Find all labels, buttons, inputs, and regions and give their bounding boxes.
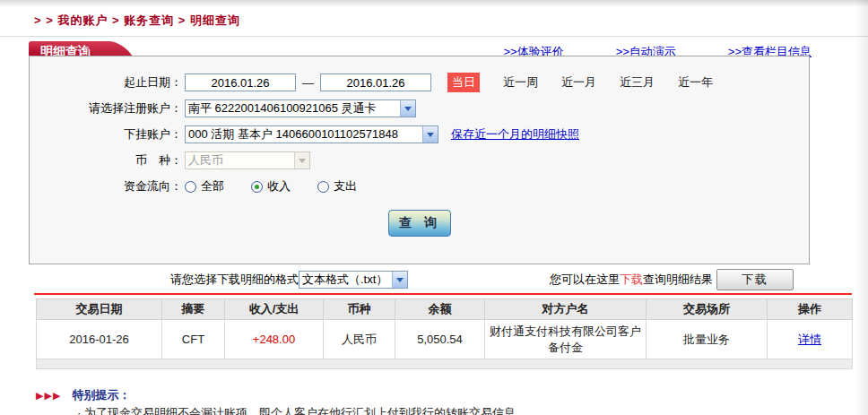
row-date-range: 起止日期： — 当日 近一周 近一月 近三月 近一年 (30, 73, 809, 92)
table-footer-row (37, 359, 853, 369)
special-tips: ▶▶▶ 特别提示： (36, 387, 130, 403)
download-format-label: 请您选择下载明细的格式 (170, 272, 299, 288)
radio-icon[interactable] (185, 181, 196, 193)
download-format-select[interactable]: 文本格式（.txt） (299, 271, 408, 289)
date-to-input[interactable] (320, 73, 431, 91)
quick-range-week-button[interactable]: 近一周 (503, 74, 538, 91)
table-row: 2016-01-26 CFT +248.00 人民币 5,050.54 财付通支… (37, 320, 853, 359)
date-separator: — (302, 76, 314, 90)
flow-radio-all[interactable]: 全部 (185, 178, 224, 195)
col-header-counterparty: 对方户名 (485, 299, 647, 320)
download-hint-link[interactable]: 下载 (620, 272, 643, 288)
col-header-action: 操作 (768, 299, 853, 320)
fund-flow-label: 资金流向： (30, 178, 182, 195)
registered-account-select[interactable]: 南平 6222001406100921065 灵通卡 (185, 99, 416, 117)
col-header-amount: 收入/支出 (225, 299, 324, 320)
red-divider (34, 293, 852, 295)
breadcrumb-divider (0, 36, 868, 37)
download-button[interactable]: 下载 (716, 269, 794, 290)
cell-currency: 人民币 (324, 320, 395, 359)
cell-date: 2016-01-26 (37, 320, 162, 359)
row-registered-account: 请选择注册账户： 南平 6222001406100921065 灵通卡 (30, 99, 809, 118)
table-footer-strip (37, 359, 853, 369)
cell-amount: +248.00 (225, 320, 324, 359)
sub-account-select[interactable]: 000 活期 基本户 1406600101102571848 (185, 125, 438, 143)
cell-summary: CFT (162, 320, 225, 359)
date-range-label: 起止日期： (30, 74, 182, 91)
download-hint-before: 您可以在这里 (550, 272, 620, 288)
radio-icon[interactable] (317, 181, 329, 193)
save-snapshot-link[interactable]: 保存近一个月的明细快照 (451, 126, 579, 143)
chevron-down-icon (422, 126, 438, 143)
registered-account-label: 请选择注册账户： (30, 100, 182, 117)
flow-radio-all-label: 全部 (201, 178, 224, 195)
page: > > 我的账户 > 账务查询 > 明细查询 明细查询 >>体验评价 >>自动演… (0, 0, 868, 415)
date-from-input[interactable] (185, 73, 296, 91)
radio-icon[interactable] (251, 181, 263, 193)
col-header-summary: 摘要 (162, 299, 225, 320)
row-currency: 币 种： 人民币 (30, 151, 809, 170)
cell-channel: 批量业务 (647, 320, 768, 359)
query-button[interactable]: 查 询 (388, 210, 451, 237)
table-header-row: 交易日期 摘要 收入/支出 币种 余额 对方户名 交易场所 操作 (37, 299, 853, 320)
flow-radio-expense[interactable]: 支出 (317, 178, 357, 195)
breadcrumb: > > 我的账户 > 账务查询 > 明细查询 (34, 13, 868, 36)
query-form-panel: 起止日期： — 当日 近一周 近一月 近三月 近一年 请选择注册账户： 南平 6… (29, 56, 810, 264)
col-header-channel: 交易场所 (647, 299, 768, 320)
special-tips-line: · 为了现金交易明细不会漏计账项，即个人客户在他行汇划上付到我行的转账交易信息 (77, 405, 516, 415)
flow-radio-expense-label: 支出 (334, 178, 357, 195)
chevron-down-icon (392, 272, 407, 288)
currency-select-disabled: 人民币 (185, 151, 310, 169)
sub-account-label: 下挂账户： (30, 126, 182, 143)
row-sub-account: 下挂账户： 000 活期 基本户 1406600101102571848 保存近… (30, 125, 809, 144)
quick-range-year-button[interactable]: 近一年 (678, 74, 713, 91)
top-gradient-strip (0, 0, 868, 7)
download-row: 请您选择下载明细的格式 文本格式（.txt） 您可以在这里下载查询明细结果 下载 (29, 266, 812, 293)
currency-label: 币 种： (30, 152, 182, 169)
special-tips-title: 特别提示： (72, 387, 130, 403)
flow-radio-income[interactable]: 收入 (251, 178, 291, 195)
quick-range-today-button[interactable]: 当日 (447, 73, 480, 92)
download-hint-after: 查询明细结果 (643, 272, 713, 288)
row-fund-flow: 资金流向： 全部 收入 支出 (30, 177, 809, 196)
col-header-currency: 币种 (324, 299, 395, 320)
quick-range-quarter-button[interactable]: 近三月 (620, 74, 655, 91)
cell-balance: 5,050.54 (395, 320, 485, 359)
transaction-table: 交易日期 摘要 收入/支出 币种 余额 对方户名 交易场所 操作 2016-01… (36, 298, 853, 369)
chevron-down-icon (400, 100, 415, 117)
quick-range-month-button[interactable]: 近一月 (561, 74, 596, 91)
cell-counterparty: 财付通支付科技有限公司客户备付金 (485, 320, 647, 359)
col-header-balance: 余额 (395, 299, 485, 320)
detail-link[interactable]: 详情 (798, 333, 821, 346)
chevron-down-icon (294, 152, 309, 169)
flow-radio-income-label: 收入 (267, 178, 291, 195)
triple-arrow-icon: ▶▶▶ (36, 390, 61, 402)
col-header-date: 交易日期 (37, 299, 162, 320)
